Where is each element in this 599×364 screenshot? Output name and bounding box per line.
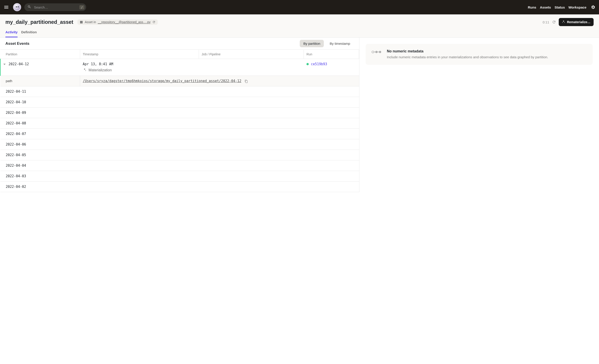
table-row[interactable]: 2022-04-05 [0,150,359,160]
tab-definition[interactable]: Definition [21,30,37,37]
rematerialize-label: Rematerialize… [567,20,590,24]
empty-title: No numeric metadata [387,49,548,53]
table-row[interactable]: 2022-04-09 [0,108,359,118]
metadata-panel: No numeric metadata Include numeric meta… [359,38,599,192]
rematerialize-button[interactable]: Rematerialize… [559,18,594,26]
events-table: Partition Timestamp Job / Pipeline Run 2… [0,50,359,192]
nav-assets[interactable]: Assets [540,5,551,9]
partition-value: 2022-04-08 [0,118,80,129]
detail-key: path [0,76,80,87]
nav-workspace[interactable]: Workspace [568,5,586,9]
toggle-by-partition[interactable]: By partition [300,40,324,47]
top-bar: / Runs Assets Status Workspace [0,0,599,14]
toggle-by-timestamp[interactable]: By timestamp [326,40,354,47]
col-timestamp: Timestamp [80,50,199,59]
events-panel: Asset Events By partition By timestamp P… [0,38,359,192]
partition-value: 2022-04-05 [0,150,80,160]
page-header: my_daily_partitioned_asset Asset in __re… [0,14,599,38]
table-row[interactable]: 2022-04-10 [0,97,359,108]
asset-location-pill: Asset in __repository__@partitioned_ass…… [77,19,158,25]
sparkle-icon [562,20,565,24]
settings-gear-icon[interactable] [590,5,595,9]
svg-point-1 [375,51,378,53]
search-input[interactable] [34,5,77,9]
partition-value: 2022-04-12 [9,62,29,66]
chain-icon [371,50,381,54]
repo-icon [80,20,83,24]
tab-activity[interactable]: Activity [5,30,18,37]
top-nav: Runs Assets Status Workspace [528,5,595,9]
svg-point-0 [372,51,374,53]
asset-in-label: Asset in [85,20,96,24]
partition-value: 2022-04-11 [0,87,80,97]
table-row[interactable]: 2022-04-08 [0,118,359,129]
partition-value: 2022-04-03 [0,171,80,182]
copy-icon[interactable] [245,80,248,83]
status-dot-success [307,63,309,65]
tabs: Activity Definition [5,30,594,37]
materialization-icon [83,68,86,72]
table-row[interactable]: 2022-04-07 [0,129,359,139]
empty-state-card: No numeric metadata Include numeric meta… [366,44,593,65]
table-row[interactable]: 2022-04-03 [0,171,359,182]
reload-icon[interactable] [152,20,156,24]
empty-description: Include numeric metadata entries in your… [387,55,548,59]
timestamp-value: Apr 13, 8:41 AM [83,62,196,66]
nav-runs[interactable]: Runs [528,5,537,9]
table-row[interactable]: 2022-04-04 [0,160,359,171]
table-row[interactable]: 2022-04-02 [0,182,359,192]
hamburger-menu-icon[interactable] [4,5,10,10]
table-row[interactable]: 2022-04-11 [0,87,359,97]
view-toggle-group: By partition By timestamp [300,40,354,47]
partition-value: 2022-04-02 [0,182,80,192]
col-run: Run [304,50,359,59]
table-row-expanded[interactable]: 2022-04-12 Apr 13, 8:41 AM Materializati… [0,59,359,76]
search-box[interactable]: / [24,3,86,11]
run-link[interactable]: ce519b93 [311,62,327,66]
col-partition: Partition [0,50,80,59]
asset-in-link[interactable]: __repository__@partitioned_ass….py [98,20,150,24]
partition-value: 2022-04-09 [0,108,80,118]
partition-value: 2022-04-06 [0,139,80,150]
col-job: Job / Pipeline [199,50,304,59]
detail-path[interactable]: /Users/sryza/dagster/tmp6hmkoios/storage… [83,79,241,83]
partition-value: 2022-04-10 [0,97,80,108]
nav-status[interactable]: Status [555,5,565,9]
refresh-icon[interactable] [552,20,556,24]
asset-name: my_daily_partitioned_asset [5,19,73,25]
detail-row: path /Users/sryza/dagster/tmp6hmkoios/st… [0,76,359,87]
app-logo[interactable] [13,3,21,11]
asset-events-title: Asset Events [5,41,29,46]
materialization-label: Materialization [89,68,112,72]
partition-value: 2022-04-07 [0,129,80,139]
search-kbd-hint: / [79,5,84,9]
search-icon [27,5,31,9]
svg-point-2 [379,51,381,53]
chevron-down-icon[interactable] [3,64,6,65]
refresh-countdown: 0:11 [543,20,549,24]
table-row[interactable]: 2022-04-06 [0,139,359,150]
partition-value: 2022-04-04 [0,160,80,171]
